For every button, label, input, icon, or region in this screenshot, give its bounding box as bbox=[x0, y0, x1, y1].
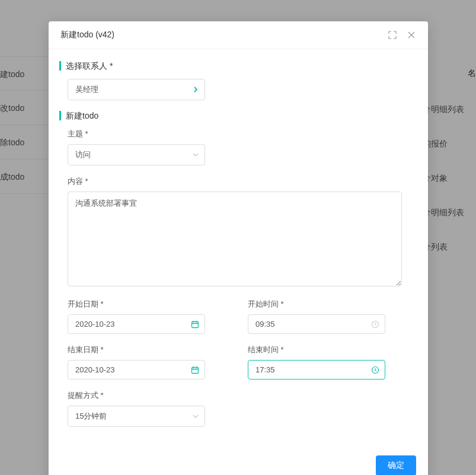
section-contact-title: 选择联系人 * bbox=[59, 61, 402, 71]
start-date-input[interactable] bbox=[68, 314, 205, 334]
start-time-input[interactable] bbox=[248, 314, 385, 334]
section-todo-title: 新建todo bbox=[59, 111, 402, 120]
contact-select[interactable]: 吴经理 bbox=[68, 79, 205, 100]
modal-header: 新建todo (v42) bbox=[49, 21, 428, 49]
start-time-label: 开始时间 * bbox=[248, 299, 385, 310]
end-date-input[interactable] bbox=[68, 360, 205, 380]
modal-body: 选择联系人 * 吴经理 新建todo 主题 * 访问 bbox=[49, 49, 428, 444]
start-date-label: 开始日期 * bbox=[68, 299, 205, 310]
confirm-button[interactable]: 确定 bbox=[376, 455, 416, 475]
end-date-label: 结束日期 * bbox=[68, 345, 205, 355]
reminder-label: 提醒方式 * bbox=[68, 390, 402, 401]
reminder-select[interactable]: 15分钟前 bbox=[68, 406, 205, 427]
end-time-label: 结束时间 * bbox=[248, 345, 385, 355]
new-todo-modal: 新建todo (v42) 选择联系人 * 吴经理 bbox=[49, 21, 428, 475]
modal-title: 新建todo (v42) bbox=[60, 30, 114, 40]
end-time-input[interactable] bbox=[248, 360, 385, 380]
content-textarea[interactable] bbox=[68, 192, 402, 286]
subject-label: 主题 * bbox=[68, 129, 402, 139]
close-icon[interactable] bbox=[407, 30, 416, 40]
expand-icon[interactable] bbox=[388, 30, 397, 40]
modal-footer: 确定 bbox=[49, 444, 428, 475]
subject-select[interactable]: 访问 bbox=[68, 144, 205, 165]
content-label: 内容 * bbox=[68, 176, 402, 187]
